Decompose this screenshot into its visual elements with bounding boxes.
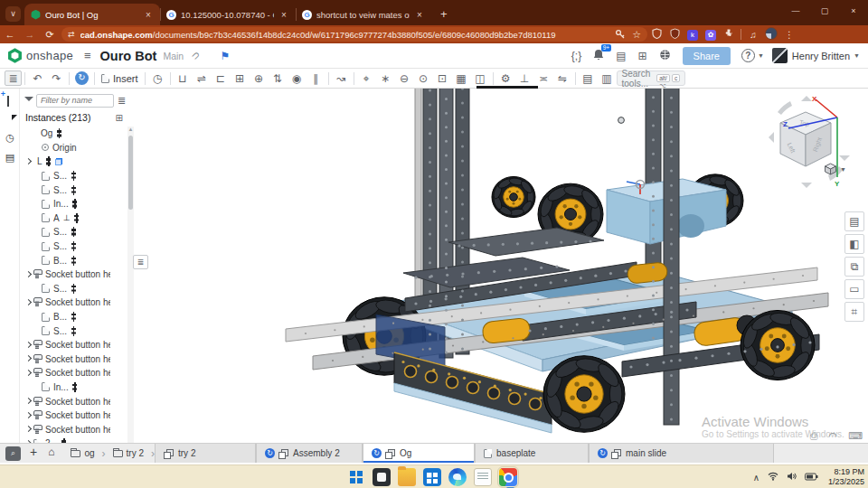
add-to-folder-icon[interactable]: ⊞ [116, 113, 123, 123]
parts-panel-icon[interactable]: ⧉ [844, 257, 864, 277]
appearance-cube-icon[interactable]: ◧ [844, 234, 864, 254]
search-tools-box[interactable]: Search tools... alt/⌥ c [617, 70, 686, 86]
screw-relation-icon[interactable]: ⊥ [515, 72, 534, 85]
instance-row[interactable]: Socket button head... [20, 366, 128, 380]
user-caret-icon[interactable]: ▼ [854, 52, 860, 59]
instance-row[interactable]: Origin [20, 141, 128, 155]
store-icon[interactable] [423, 468, 441, 486]
instance-row[interactable]: L [20, 155, 128, 169]
kami-extension-icon[interactable]: k [684, 29, 702, 41]
minimize-button[interactable]: — [781, 0, 810, 23]
instance-row[interactable]: Og [20, 127, 128, 141]
instance-row[interactable]: A⊥ [20, 211, 128, 226]
mate-slider-icon[interactable]: ⊏ [212, 72, 231, 85]
extensions-puzzle-icon[interactable] [720, 28, 738, 41]
document-tab-try-2[interactable]: try 2 [155, 444, 256, 463]
instance-row[interactable]: S... [20, 169, 128, 183]
instance-row[interactable]: B... [20, 310, 128, 324]
expand-chevron-icon[interactable] [24, 354, 33, 363]
home-button[interactable]: ⌂ [48, 446, 54, 463]
password-key-icon[interactable] [615, 29, 626, 40]
redo-icon[interactable]: ↷ [47, 72, 66, 85]
insert-button[interactable]: Insert [101, 73, 138, 84]
notifications-bell-icon[interactable]: 9+ [593, 49, 604, 63]
featurescript-icon[interactable]: {;} [571, 50, 581, 62]
instance-row[interactable]: Socket button head... [20, 408, 128, 423]
tab-manager-button[interactable]: ⌕ [5, 446, 21, 461]
expand-chevron-icon[interactable] [24, 298, 33, 307]
mate-revolute-icon[interactable]: ⇌ [193, 72, 212, 85]
instance-row[interactable]: S... [20, 282, 128, 296]
projector-icon[interactable]: ⎙ [810, 430, 818, 442]
gear-pair-icon[interactable]: ◫ [471, 72, 490, 85]
keyboard-icon[interactable]: ⌨ [848, 430, 863, 442]
mate-parallel-icon[interactable]: ∥ [307, 72, 326, 85]
reload-button[interactable]: ⟳ [40, 29, 60, 41]
onshape-logo-icon[interactable] [7, 48, 23, 63]
history-clock-icon[interactable]: ◷ [4, 132, 16, 145]
clock[interactable]: 8:19 PM 1/23/2025 [828, 467, 864, 488]
mate-fastened-icon[interactable]: ⊔ [174, 72, 193, 85]
site-settings-icon[interactable]: ⇄ [68, 30, 75, 39]
view-menu-button[interactable]: ▼ [824, 163, 846, 175]
mate-cylindrical-icon[interactable]: ⊕ [250, 72, 269, 85]
named-views-icon[interactable]: ▤ [579, 72, 598, 85]
pattern-table-icon[interactable]: ▦ [452, 72, 471, 85]
expand-chevron-icon[interactable] [24, 341, 33, 350]
tab-close-icon[interactable]: × [143, 10, 154, 20]
instance-row[interactable]: Socket button head... [20, 422, 128, 436]
mate-tangent-icon[interactable]: ↝ [332, 72, 351, 85]
rack-relation-icon[interactable]: ≍ [534, 72, 553, 85]
taskview-icon[interactable] [373, 468, 391, 486]
gear-extension-icon[interactable]: ✿ [702, 29, 720, 41]
expand-chevron-icon[interactable] [24, 157, 33, 166]
document-properties-icon[interactable]: ▤ [616, 50, 626, 62]
comment-icon[interactable] [4, 117, 16, 130]
instance-row[interactable]: Socket button head... [20, 296, 128, 310]
help-caret-icon[interactable]: ▼ [758, 52, 764, 59]
browser-tab[interactable]: Gshortcut to veiw mates onshape× [296, 4, 431, 25]
document-pair-icon[interactable]: ▥ [598, 72, 617, 85]
document-tab-og[interactable]: ↻Og [363, 444, 475, 463]
add-tab-button[interactable]: + [30, 445, 37, 463]
battery-icon[interactable] [805, 473, 818, 483]
gear-relation-icon[interactable]: ⚙ [496, 72, 515, 85]
3d-viewport[interactable]: Top Left Right X Z Y ▼ ▤◧⧉▭⌗ Activate Wi… [134, 89, 868, 443]
browser-tab[interactable]: Ouro Bot | Og× [24, 4, 160, 25]
profile-avatar[interactable] [762, 27, 780, 42]
document-tab-main-slide[interactable]: ↻main slide [589, 444, 774, 463]
expand-chevron-icon[interactable] [24, 425, 33, 434]
wifi-icon[interactable] [768, 472, 778, 483]
chain-relation-icon[interactable]: ⇋ [553, 72, 572, 85]
instance-row[interactable]: S... [20, 324, 128, 338]
filter-funnel-icon[interactable] [24, 96, 33, 105]
mate-pin-slot-icon[interactable]: ⇅ [269, 72, 288, 85]
volume-icon[interactable] [787, 472, 797, 483]
mate-ball-icon[interactable]: ◉ [288, 72, 307, 85]
group-parts-icon[interactable]: ⊙ [414, 72, 433, 85]
tab-close-icon[interactable]: × [278, 10, 289, 20]
maximize-button[interactable]: ▢ [810, 0, 839, 23]
notes-icon[interactable] [474, 468, 492, 486]
link-icon[interactable]: ⊃ [189, 49, 203, 63]
expand-chevron-icon[interactable] [24, 411, 33, 420]
folder-icon[interactable] [398, 468, 416, 486]
undo-icon[interactable]: ↶ [28, 72, 47, 85]
replicate-icon[interactable]: ⊡ [433, 72, 452, 85]
shield-filled-icon[interactable] [665, 28, 684, 41]
browser-tab[interactable]: G10.125000-10.078740 - Google× [160, 4, 296, 25]
expand-chevron-icon[interactable] [24, 397, 33, 406]
workspace-name[interactable]: Main [163, 51, 184, 61]
gauge-icon[interactable]: ◠ [829, 430, 838, 442]
instance-row[interactable]: S... [20, 183, 128, 197]
help-button[interactable]: ? [741, 49, 755, 62]
tab-close-icon[interactable]: × [414, 10, 425, 20]
snap-mode-icon[interactable]: ⌖ [357, 72, 376, 85]
features-tree-toggle-icon[interactable]: ≣ [5, 70, 22, 86]
instance-row[interactable]: In... [20, 380, 128, 395]
close-button[interactable]: × [839, 0, 868, 23]
instance-row[interactable]: Socket button head... [20, 338, 128, 352]
app-grid-icon[interactable]: ⊞ [638, 50, 647, 62]
implicit-mate-icon[interactable]: ∗ [376, 72, 395, 85]
document-tab-baseplate[interactable]: baseplate [475, 444, 589, 463]
